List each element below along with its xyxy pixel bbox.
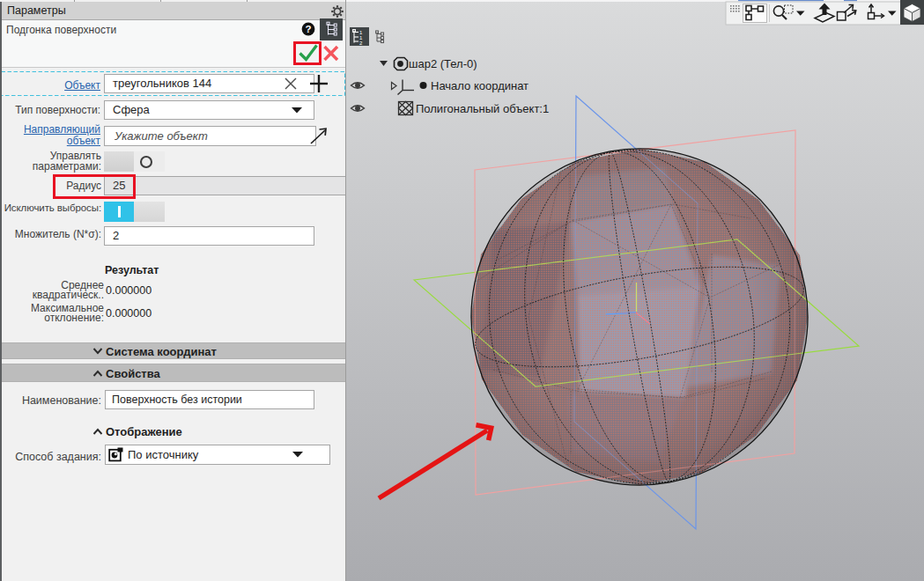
svg-text:шар2 (Тел-0): шар2 (Тел-0)	[409, 57, 477, 70]
svg-text:Полигональный объект:1: Полигональный объект:1	[416, 102, 549, 115]
svg-text:Начало координат: Начало координат	[431, 79, 529, 92]
svg-text:?: ?	[305, 24, 311, 34]
